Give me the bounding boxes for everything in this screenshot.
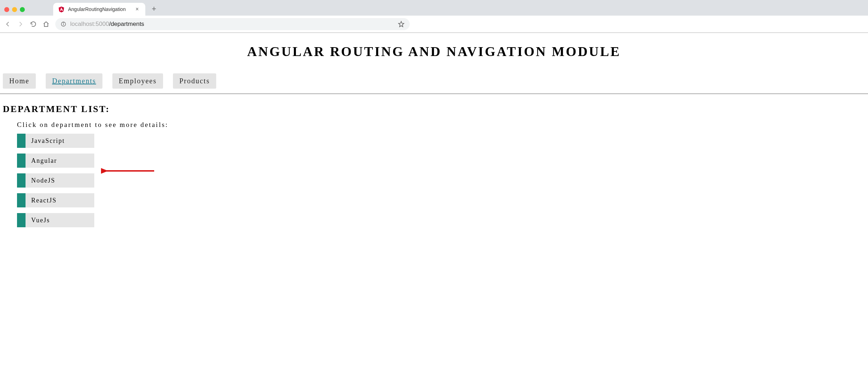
department-item-javascript[interactable]: JavaScript xyxy=(17,134,94,148)
department-list: JavaScript Angular NodeJS ReactJS VueJs xyxy=(0,134,868,227)
svg-marker-5 xyxy=(399,21,404,27)
tab-bar: AngularRoutingNavigation × + xyxy=(0,0,868,16)
tab-title: AngularRoutingNavigation xyxy=(68,6,130,12)
section-heading: DEPARTMENT LIST: xyxy=(0,94,868,121)
window-close-button[interactable] xyxy=(4,7,9,12)
department-item-reactjs[interactable]: ReactJS xyxy=(17,193,94,207)
bookmark-star-icon[interactable] xyxy=(398,21,405,28)
page-content: ANGULAR ROUTING AND NAVIGATION MODULE Ho… xyxy=(0,33,868,227)
window-minimize-button[interactable] xyxy=(12,7,17,12)
browser-nav-bar: localhost:5000/departments xyxy=(0,16,868,33)
department-item-nodejs[interactable]: NodeJS xyxy=(17,173,94,188)
department-item-vuejs[interactable]: VueJs xyxy=(17,213,94,227)
department-label: Angular xyxy=(26,154,94,168)
section-subtext: Click on department to see more details: xyxy=(0,121,868,134)
forward-icon[interactable] xyxy=(17,21,24,28)
url-text: localhost:5000/departments xyxy=(70,21,394,28)
list-item-accent-bar xyxy=(17,193,26,207)
site-info-icon[interactable] xyxy=(60,21,67,27)
nav-link-employees[interactable]: Employees xyxy=(112,73,163,89)
nav-link-home[interactable]: Home xyxy=(3,73,36,89)
window-maximize-button[interactable] xyxy=(20,7,25,12)
browser-tab[interactable]: AngularRoutingNavigation × xyxy=(53,3,145,16)
browser-chrome: AngularRoutingNavigation × + localhost:5… xyxy=(0,0,868,33)
new-tab-button[interactable]: + xyxy=(152,4,156,13)
list-item-accent-bar xyxy=(17,134,26,148)
window-controls xyxy=(4,7,25,12)
department-item-angular[interactable]: Angular xyxy=(17,154,94,168)
home-icon[interactable] xyxy=(43,21,50,28)
department-label: JavaScript xyxy=(26,134,94,148)
department-label: ReactJS xyxy=(26,193,94,207)
list-item-accent-bar xyxy=(17,213,26,227)
department-label: VueJs xyxy=(26,213,94,227)
list-item-accent-bar xyxy=(17,154,26,168)
nav-links: Home Departments Employees Products xyxy=(0,73,868,94)
reload-icon[interactable] xyxy=(30,21,37,28)
svg-point-4 xyxy=(63,23,64,23)
back-icon[interactable] xyxy=(4,21,11,28)
tab-close-icon[interactable]: × xyxy=(134,6,140,12)
angular-favicon-icon xyxy=(58,6,65,12)
page-title: ANGULAR ROUTING AND NAVIGATION MODULE xyxy=(0,33,868,73)
address-bar[interactable]: localhost:5000/departments xyxy=(55,18,410,30)
list-item-accent-bar xyxy=(17,173,26,188)
nav-link-departments[interactable]: Departments xyxy=(46,73,102,89)
nav-link-products[interactable]: Products xyxy=(173,73,216,89)
department-label: NodeJS xyxy=(26,173,94,188)
